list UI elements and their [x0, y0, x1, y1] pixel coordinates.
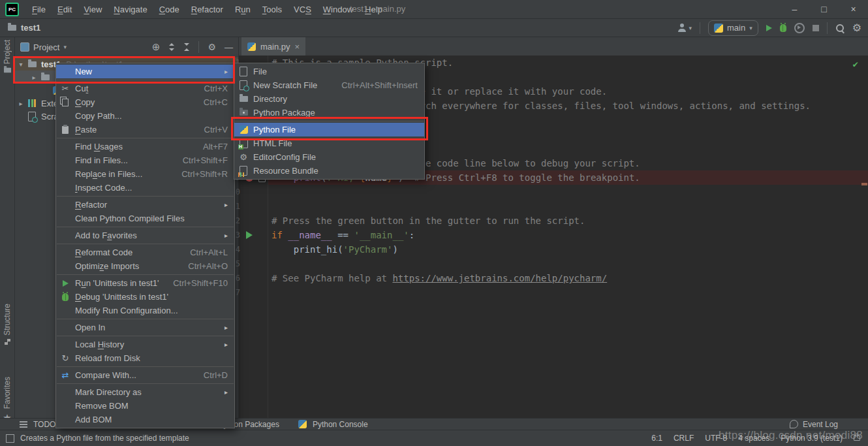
code-line[interactable]: # Press the green button in the gutter t… [271, 214, 585, 228]
menu-item-shortcut: Alt+F7 [190, 142, 228, 151]
context-menu-item-refactor[interactable]: Refactor▸ [56, 198, 234, 212]
line-separator[interactable]: CRLF [674, 434, 694, 443]
context-menu-item-optimize-imports[interactable]: Optimize ImportsCtrl+Alt+O [56, 259, 234, 273]
chevron-right-icon[interactable]: ▸ [15, 100, 27, 107]
run-with-coverage-button[interactable] [794, 23, 805, 33]
tool-window-button-todo[interactable]: TODO [18, 419, 55, 430]
context-menu-item-modify-run-configuration[interactable]: Modify Run Configuration... [56, 304, 234, 317]
expand-all-button[interactable] [168, 43, 175, 51]
submenu-item-new-scratch-file[interactable]: New Scratch FileCtrl+Alt+Shift+Insert [234, 78, 424, 92]
context-menu-item-remove-bom[interactable]: Remove BOM [56, 399, 234, 413]
run-button[interactable] [766, 25, 772, 31]
toolbar: test1 ▾ main ▾ ⚙ [0, 19, 868, 37]
menu-vcs[interactable]: VCS [288, 2, 317, 17]
submenu-item-python-package[interactable]: Python Package [234, 106, 424, 119]
menu-edit[interactable]: Edit [52, 2, 78, 17]
menu-separator [57, 383, 234, 384]
chevron-down-icon[interactable]: ▾ [63, 44, 67, 50]
caret-position[interactable]: 6:1 [651, 434, 662, 443]
editor-tab-main-py[interactable]: main.py × [241, 37, 305, 56]
context-menu-item-open-in[interactable]: Open In▸ [56, 321, 234, 334]
search-everywhere-button[interactable] [835, 24, 845, 33]
readonly-lock-icon[interactable] [854, 436, 860, 441]
project-panel-title[interactable]: Project [33, 42, 59, 52]
context-menu-item-find-in-files[interactable]: Find in Files...Ctrl+Shift+F [56, 153, 234, 167]
menu-item-label: EditorConfig File [253, 152, 316, 162]
context-menu-item-run-unittests-in-test1[interactable]: Run 'Unittests in test1'Ctrl+Shift+F10 [56, 276, 234, 290]
options-gear-button[interactable]: ⚙ [208, 42, 216, 52]
hide-panel-button[interactable]: — [225, 42, 233, 52]
file-encoding[interactable]: UTF-8 [705, 434, 727, 443]
menu-item-label: New Scratch File [253, 80, 317, 90]
locate-file-button[interactable]: ⊕ [152, 41, 161, 53]
context-menu-item-copy-path[interactable]: Copy Path... [56, 109, 234, 123]
context-menu-item-add-to-favorites[interactable]: Add to Favorites▸ [56, 229, 234, 242]
event-log-button[interactable]: Event Log [790, 420, 838, 429]
chevron-right-icon[interactable]: ▸ [28, 74, 40, 81]
context-menu-item-mark-directory-as[interactable]: Mark Directory as▸ [56, 385, 234, 399]
stripe-button-favorites[interactable]: Favorites ★ [0, 377, 14, 424]
context-menu-item-debug-unittests-in-test1[interactable]: Debug 'Unittests in test1' [56, 290, 234, 304]
blank-icon [60, 340, 70, 350]
indent-style[interactable]: 4 spaces [738, 434, 769, 443]
close-tab-icon[interactable]: × [295, 42, 300, 52]
python-interpreter[interactable]: Python 3.9 (test1) [781, 434, 843, 443]
stripe-button-project[interactable]: Project [0, 40, 14, 73]
settings-gear-button[interactable]: ⚙ [852, 22, 861, 34]
menu-view[interactable]: View [78, 2, 108, 17]
context-menu-item-reformat-code[interactable]: Reformat CodeCtrl+Alt+L [56, 246, 234, 259]
context-menu-item-local-history[interactable]: Local History▸ [56, 338, 234, 351]
context-menu-item-inspect-code[interactable]: Inspect Code... [56, 181, 234, 195]
collapse-all-button[interactable] [183, 43, 190, 51]
menu-run[interactable]: Run [229, 2, 256, 17]
compare-icon: ⇄ [60, 370, 70, 381]
vcs-user-button[interactable]: ▾ [677, 24, 692, 32]
structure-icon [5, 339, 10, 345]
context-menu-item-compare-with[interactable]: ⇄Compare With...Ctrl+D [56, 368, 234, 382]
stripe-label: Favorites [3, 377, 12, 409]
close-button[interactable]: × [839, 0, 868, 18]
run-configuration-select[interactable]: main ▾ [708, 20, 758, 36]
blank-icon [60, 415, 70, 425]
breadcrumb[interactable]: test1 [8, 19, 40, 37]
menu-navigate[interactable]: Navigate [108, 2, 153, 17]
maximize-button[interactable]: □ [809, 0, 839, 18]
code-line[interactable]: if __name__ == '__main__': [271, 228, 414, 242]
context-menu-item-cut[interactable]: ✂CutCtrl+X [56, 82, 234, 95]
submenu-arrow-icon: ▸ [225, 232, 228, 239]
context-menu-item-replace-in-files[interactable]: Replace in Files...Ctrl+Shift+R [56, 167, 234, 181]
context-menu-item-new[interactable]: New▸ [56, 65, 234, 78]
menu-item-label: Cut [75, 84, 88, 93]
submenu-item-file[interactable]: File [234, 65, 424, 78]
submenu-arrow-icon: ▸ [225, 389, 228, 396]
menu-code[interactable]: Code [153, 2, 185, 17]
tool-window-button-python-console[interactable]: Python Console [298, 419, 368, 430]
minimize-button[interactable]: – [780, 0, 809, 18]
menu-refactor[interactable]: Refactor [185, 2, 229, 17]
submenu-item-html-file[interactable]: HTML File [234, 136, 424, 150]
menu-tools[interactable]: Tools [256, 2, 288, 17]
context-menu-item-clean-python-compiled-files[interactable]: Clean Python Compiled Files [56, 212, 234, 225]
submenu-item-editorconfig-file[interactable]: ⚙EditorConfig File [234, 150, 424, 164]
chevron-down-icon[interactable]: ▾ [15, 61, 27, 68]
context-menu-item-paste[interactable]: PasteCtrl+V [56, 123, 234, 136]
submenu-item-resource-bundle[interactable]: Resource Bundle [234, 164, 424, 178]
stop-button[interactable] [813, 25, 819, 31]
context-menu-item-add-bom[interactable]: Add BOM [56, 413, 234, 426]
left-tool-window-stripe: Project Structure Favorites ★ [0, 37, 15, 418]
inspections-ok-icon[interactable]: ✔ [853, 57, 858, 71]
code-line[interactable]: print_hi('PyCharm') [271, 242, 398, 257]
stripe-button-structure[interactable]: Structure [0, 304, 14, 345]
context-menu-item-copy[interactable]: CopyCtrl+C [56, 95, 234, 109]
menu-item-label: Paste [75, 125, 97, 135]
menu-file[interactable]: File [26, 2, 52, 17]
code-line[interactable]: # See PyCharm help at https://www.jetbra… [271, 271, 607, 285]
context-menu-item-find-usages[interactable]: Find UsagesAlt+F7 [56, 140, 234, 153]
run-line-icon[interactable] [246, 231, 253, 239]
context-menu-item-reload-from-disk[interactable]: ↻Reload from Disk [56, 351, 234, 365]
menu-item-label: Directory [253, 94, 287, 104]
submenu-item-directory[interactable]: Directory [234, 92, 424, 106]
submenu-item-python-file[interactable]: Python File [234, 123, 424, 136]
debug-button[interactable] [780, 24, 786, 32]
python-icon [714, 24, 723, 33]
